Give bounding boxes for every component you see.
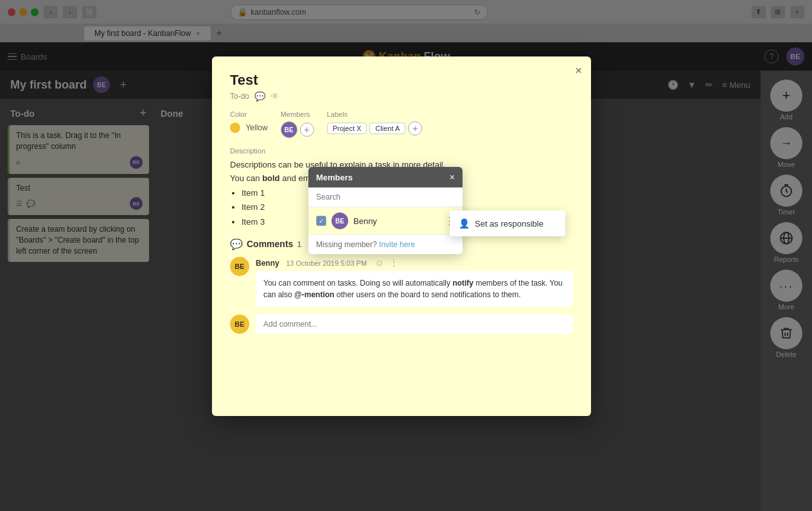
comment-date: 13 October 2019 5:03 PM: [286, 259, 367, 267]
member-popup-name: Benny: [353, 216, 439, 226]
context-menu: 👤 Set as responsible: [450, 211, 565, 236]
task-modal-fields: Color Yellow Members BE + Labels Project…: [230, 110, 573, 138]
member-popup-avatar: BE: [331, 212, 348, 229]
comment-bubble-icon: 💬: [254, 91, 265, 101]
members-search-input[interactable]: [308, 187, 463, 207]
members-row: BE +: [281, 121, 314, 138]
members-popup-footer: Missing member? Invite here: [308, 234, 463, 254]
comment-item: BE Benny 13 October 2019 5:03 PM ☺ ⋮ You…: [230, 257, 573, 307]
comment-author: Benny: [256, 259, 279, 268]
members-field: Members BE +: [281, 110, 314, 138]
comment-more-icon[interactable]: ⋮: [389, 257, 398, 268]
labels-row: Project X Client A +: [327, 121, 423, 135]
members-label: Members: [281, 110, 314, 118]
color-value-row: Yellow: [230, 121, 268, 133]
comments-count: 1: [297, 239, 301, 249]
member-badge[interactable]: BE: [281, 121, 297, 138]
members-popup-title: Members: [316, 173, 353, 182]
missing-member-text: Missing member?: [316, 240, 377, 249]
comment-body: Benny 13 October 2019 5:03 PM ☺ ⋮ You ca…: [256, 257, 573, 307]
members-popup-close-button[interactable]: ×: [450, 172, 455, 182]
comments-label: Comments: [247, 239, 293, 249]
labels-field: Labels Project X Client A +: [327, 110, 423, 135]
eye-icon: 👁: [270, 91, 279, 101]
set-responsible-menu-item[interactable]: 👤 Set as responsible: [450, 213, 565, 234]
add-comment-input[interactable]: [256, 315, 573, 334]
label-project-x[interactable]: Project X: [327, 123, 367, 134]
member-check-icon: ✓: [316, 216, 326, 226]
description-section-title: Description: [230, 147, 573, 155]
color-value-text: Yellow: [245, 123, 267, 132]
add-comment-row: BE: [230, 315, 573, 334]
modal-close-button[interactable]: ×: [575, 64, 582, 78]
invite-here-link[interactable]: Invite here: [379, 240, 415, 249]
comment-header: Benny 13 October 2019 5:03 PM ☺ ⋮: [256, 257, 573, 268]
comment-author-avatar: BE: [230, 257, 249, 276]
comment-emoji-icon[interactable]: ☺: [375, 257, 384, 268]
person-icon: 👤: [459, 218, 470, 229]
members-popup-item[interactable]: ✓ BE Benny ⋮: [308, 207, 463, 234]
comment-section-icon: 💬: [230, 238, 243, 250]
comment-text-box: You can comment on tasks. Doing so will …: [256, 271, 573, 307]
add-comment-avatar: BE: [230, 315, 249, 334]
task-modal-title: Test: [230, 72, 573, 89]
task-modal-subtitle: To-do 💬 👁: [230, 91, 573, 101]
color-field: Color Yellow: [230, 110, 268, 133]
add-member-button[interactable]: +: [300, 123, 314, 137]
label-client-a[interactable]: Client A: [369, 123, 405, 134]
color-label: Color: [230, 110, 268, 118]
labels-label: Labels: [327, 110, 423, 118]
members-popup: Members × ✓ BE Benny ⋮ Missing member? I…: [308, 167, 463, 254]
task-column-label: To-do: [230, 92, 249, 101]
color-swatch: [230, 123, 240, 133]
add-label-button[interactable]: +: [408, 121, 422, 135]
members-popup-header: Members ×: [308, 167, 463, 187]
set-responsible-label: Set as responsible: [475, 219, 543, 229]
